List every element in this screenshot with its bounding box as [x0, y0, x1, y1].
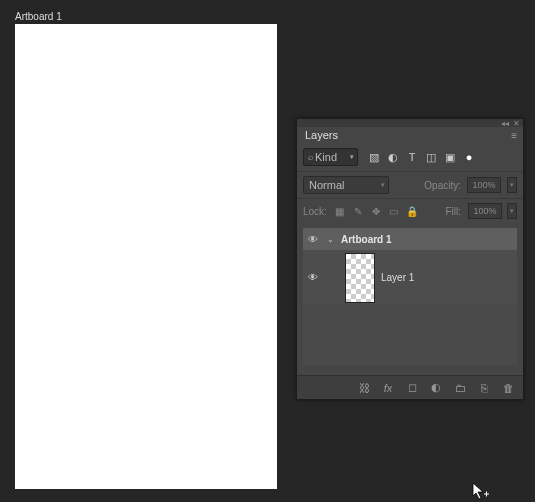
filter-kind-label: Kind — [315, 151, 337, 163]
filter-adjustment-icon[interactable]: ◐ — [386, 150, 400, 164]
fill-label: Fill: — [445, 206, 461, 217]
layers-panel: ◂◂ ✕ Layers ≡ ⌕ Kind ▾ ▧ ◐ T ◫ ▣ ● Norma… — [296, 118, 524, 400]
canvas-artboard[interactable] — [15, 24, 277, 489]
lock-all-icon[interactable]: 🔒 — [406, 205, 418, 217]
blend-mode-value: Normal — [309, 179, 344, 191]
panel-topbar: ◂◂ ✕ — [297, 119, 523, 127]
filter-toggle-icon[interactable]: ● — [462, 150, 476, 164]
artboard-label: Artboard 1 — [15, 11, 62, 22]
blend-mode-select[interactable]: Normal ▾ — [303, 176, 389, 194]
lock-transparent-icon[interactable]: ▦ — [334, 205, 346, 217]
filter-smart-icon[interactable]: ▣ — [443, 150, 457, 164]
layer-thumbnail[interactable] — [345, 253, 375, 303]
layer-list: 👁 ⌄ Artboard 1 👁 Layer 1 — [297, 223, 523, 375]
chevron-down-icon[interactable]: ⌄ — [325, 235, 335, 244]
lock-row: Lock: ▦ ✎ ✥ ▭ 🔒 Fill: 100% ▾ — [297, 198, 523, 223]
filter-pixel-icon[interactable]: ▧ — [367, 150, 381, 164]
opacity-input[interactable]: 100% — [467, 177, 501, 193]
layer-style-icon[interactable]: fx — [381, 381, 395, 395]
chevron-down-icon: ▾ — [381, 181, 385, 189]
filter-shape-icon[interactable]: ◫ — [424, 150, 438, 164]
search-icon: ⌕ — [308, 152, 313, 162]
fill-input[interactable]: 100% — [468, 203, 502, 219]
artboard-row[interactable]: 👁 ⌄ Artboard 1 — [303, 228, 517, 250]
lock-label: Lock: — [303, 206, 327, 217]
group-icon[interactable]: 🗀 — [453, 381, 467, 395]
panel-title: Layers — [305, 129, 338, 141]
lock-paint-icon[interactable]: ✎ — [352, 205, 364, 217]
cursor-icon — [471, 481, 491, 502]
filter-kind-select[interactable]: ⌕ Kind ▾ — [303, 148, 358, 166]
visibility-icon[interactable]: 👁 — [307, 272, 319, 283]
new-layer-icon[interactable]: ⎘ — [477, 381, 491, 395]
layers-tab[interactable]: Layers ≡ — [297, 127, 523, 143]
link-layers-icon[interactable]: ⛓ — [357, 381, 371, 395]
artboard-name: Artboard 1 — [341, 234, 392, 245]
layer-row[interactable]: 👁 Layer 1 — [303, 250, 517, 305]
fill-dropdown[interactable]: ▾ — [507, 203, 517, 219]
filter-icons: ▧ ◐ T ◫ ▣ ● — [367, 150, 476, 164]
visibility-icon[interactable]: 👁 — [307, 234, 319, 245]
filter-type-icon[interactable]: T — [405, 150, 419, 164]
lock-artboard-icon[interactable]: ▭ — [388, 205, 400, 217]
panel-bottom-bar: ⛓ fx ◻ ◐ 🗀 ⎘ 🗑 — [297, 375, 523, 399]
layer-name: Layer 1 — [381, 272, 414, 283]
layer-list-empty — [303, 305, 517, 365]
lock-position-icon[interactable]: ✥ — [370, 205, 382, 217]
chevron-down-icon: ▾ — [350, 153, 354, 161]
filter-row: ⌕ Kind ▾ ▧ ◐ T ◫ ▣ ● — [297, 143, 523, 171]
adjustment-layer-icon[interactable]: ◐ — [429, 381, 443, 395]
opacity-dropdown[interactable]: ▾ — [507, 177, 517, 193]
lock-icons: ▦ ✎ ✥ ▭ 🔒 — [334, 205, 418, 217]
opacity-label: Opacity: — [424, 180, 461, 191]
panel-menu-icon[interactable]: ≡ — [511, 130, 517, 141]
layer-mask-icon[interactable]: ◻ — [405, 381, 419, 395]
blend-mode-row: Normal ▾ Opacity: 100% ▾ — [297, 171, 523, 198]
delete-layer-icon[interactable]: 🗑 — [501, 381, 515, 395]
